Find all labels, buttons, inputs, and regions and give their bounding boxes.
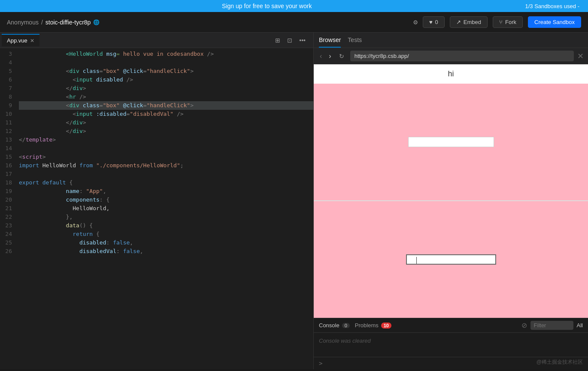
embed-button[interactable]: ↗ Embed: [450, 16, 488, 28]
code-line: </div>: [19, 127, 313, 136]
preview-input-active[interactable]: [406, 254, 496, 265]
problems-label: Problems: [355, 322, 379, 329]
breadcrumb: Anonymous / stoic-diffie-tycr8p 🌐: [7, 19, 100, 26]
editor-panel: App.vue ✕ ⊞ ⊡ ••• 3 4 5 6 7 8 9 10: [0, 33, 313, 369]
code-line: [19, 144, 313, 153]
fork-icon: ⑂: [499, 19, 503, 25]
code-lines: <HelloWorld msg= hello vue in codesandbo…: [17, 50, 313, 368]
filter-input[interactable]: [530, 321, 573, 330]
banner-right: 1/3 Sandboxes used -: [525, 3, 579, 9]
console-cleared-text: Console was cleared: [319, 338, 371, 344]
address-bar[interactable]: [350, 51, 574, 61]
code-line: <script>: [19, 153, 313, 161]
likes-count: 0: [435, 19, 438, 25]
console-content: Console was cleared: [314, 333, 588, 357]
line-numbers: 3 4 5 6 7 8 9 10 11 12 13 14 15 16 17 18: [0, 50, 17, 368]
fork-label: Fork: [505, 19, 516, 25]
main-layout: App.vue ✕ ⊞ ⊡ ••• 3 4 5 6 7 8 9 10: [0, 33, 588, 369]
filter-clear-button[interactable]: ⊘: [521, 321, 527, 329]
close-preview-button[interactable]: ✕: [577, 51, 584, 61]
console-tab[interactable]: Console 0: [319, 322, 350, 329]
console-count-badge: 0: [342, 323, 350, 328]
fork-button[interactable]: ⑂ Fork: [493, 16, 523, 28]
all-filter-button[interactable]: All: [577, 322, 583, 329]
embed-label: Embed: [464, 19, 481, 25]
code-line: <HelloWorld msg= hello vue in codesandbo…: [19, 50, 313, 58]
console-toolbar: Console 0 Problems 10 ⊘ All: [314, 318, 588, 333]
top-banner: Sign up for free to save your work 1/3 S…: [0, 0, 588, 12]
tab-bar: App.vue ✕ ⊞ ⊡ •••: [0, 33, 313, 48]
problems-tab[interactable]: Problems 10: [355, 322, 391, 329]
preview-disabled-input[interactable]: [408, 137, 494, 147]
problems-count-badge: 10: [381, 323, 391, 329]
watermark: @稀土掘金技术社区: [536, 359, 583, 366]
forward-button[interactable]: ›: [327, 51, 333, 61]
create-sandbox-button[interactable]: Create Sandbox: [528, 16, 581, 28]
code-line: disabledVal: false,: [19, 247, 313, 256]
browser-toolbar: ‹ › ↻ ✕: [314, 48, 588, 64]
close-tab-icon[interactable]: ✕: [30, 38, 34, 44]
banner-text[interactable]: Sign up for free to save your work: [9, 3, 525, 9]
globe-icon: 🌐: [93, 19, 100, 25]
preview-hi-text: hi: [314, 64, 588, 84]
filter-area: ⊘ All: [521, 321, 583, 330]
editor-tab-app-vue[interactable]: App.vue ✕: [2, 34, 39, 46]
editor-body: 3 4 5 6 7 8 9 10 11 12 13 14 15 16 17 18: [0, 48, 313, 369]
project-name[interactable]: stoic-diffie-tycr8p: [45, 19, 91, 26]
breadcrumb-separator: /: [41, 19, 43, 26]
tab-tests[interactable]: Tests: [348, 33, 362, 48]
preview-pink-section-top: [314, 84, 588, 200]
code-line: import HelloWorld from "./components/Hel…: [19, 161, 313, 170]
code-line: [19, 170, 313, 178]
back-button[interactable]: ‹: [318, 51, 324, 61]
console-label: Console: [319, 322, 339, 329]
settings-icon[interactable]: ⚙: [413, 18, 418, 26]
heart-icon: ♥: [429, 19, 433, 25]
likes-button[interactable]: ♥ 0: [423, 16, 445, 28]
preview-pink-section-bottom: [314, 201, 588, 318]
console-prompt-icon: >: [319, 360, 322, 367]
right-panel: Browser Tests ‹ › ↻ ✕ hi: [313, 33, 588, 369]
browser-preview: hi: [314, 64, 588, 318]
browser-tabs: Browser Tests: [314, 33, 588, 48]
text-cursor: [416, 257, 417, 264]
embed-icon: ↗: [456, 19, 461, 25]
toggle-sidebar-button[interactable]: ⊞: [273, 35, 283, 45]
tab-label: App.vue: [7, 37, 27, 44]
header: Anonymous / stoic-diffie-tycr8p 🌐 ⚙ ♥ 0 …: [0, 12, 588, 33]
code-editor[interactable]: 3 4 5 6 7 8 9 10 11 12 13 14 15 16 17 18: [0, 48, 313, 369]
username: Anonymous: [7, 19, 39, 26]
toggle-preview-button[interactable]: ⊡: [285, 35, 295, 45]
more-options-button[interactable]: •••: [297, 35, 308, 45]
refresh-button[interactable]: ↻: [336, 52, 347, 60]
create-label: Create Sandbox: [534, 19, 575, 25]
tab-actions: ⊞ ⊡ •••: [273, 35, 312, 45]
tab-browser[interactable]: Browser: [319, 33, 341, 48]
